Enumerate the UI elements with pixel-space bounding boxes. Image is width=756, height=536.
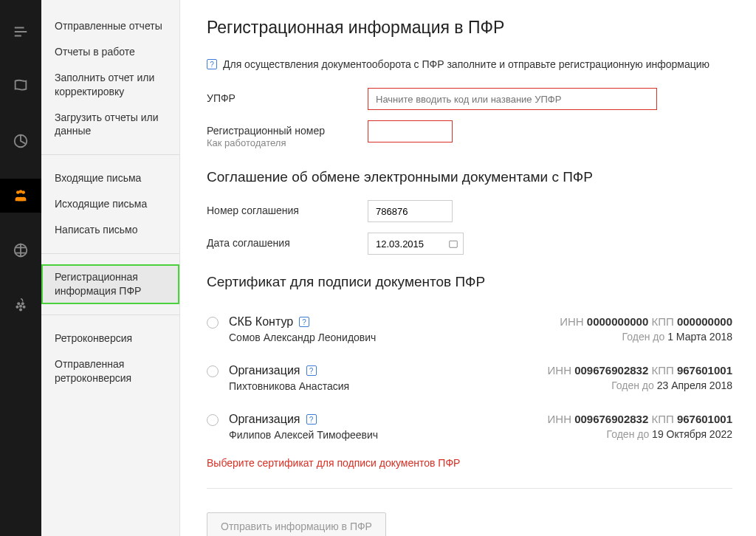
cert-org: Организация ? [229, 413, 537, 426]
cert-ids: ИНН 0000000000 КПП 000000000 [555, 315, 732, 328]
cert-org: Организация ? [229, 364, 537, 377]
cert-row[interactable]: Организация ?Пихтовникова АнастасияИНН 0… [207, 354, 732, 402]
sidebar-item[interactable]: Отправленные отчеты [41, 13, 179, 39]
svg-point-10 [19, 308, 22, 311]
cert-radio[interactable] [207, 414, 219, 426]
agreement-num-label: Номер соглашения [207, 200, 368, 217]
cert-radio[interactable] [207, 365, 219, 377]
help-icon[interactable]: ? [306, 365, 317, 376]
cert-person: Пихтовникова Анастасия [229, 380, 537, 392]
info-icon: ? [207, 59, 217, 69]
agreement-heading: Соглашение об обмене электронными докуме… [207, 169, 732, 185]
agreement-num-input[interactable] [368, 200, 453, 222]
cert-org: СКБ Контур ? [229, 315, 545, 329]
main-content: Регистрационная информация в ПФР ? Для о… [180, 0, 756, 536]
help-icon[interactable]: ? [306, 414, 317, 425]
sidebar-item[interactable]: Загрузить отчеты или данные [41, 105, 179, 145]
agreement-date-input[interactable] [368, 233, 464, 255]
cert-ids: ИНН 009676902832 КПП 967601001 [548, 364, 732, 377]
cert-heading: Сертификат для подписи документов ПФР [207, 274, 732, 290]
sidebar-item-registration-active[interactable]: Регистрационная информация ПФР [41, 264, 179, 304]
cert-valid: Годен до 19 Октября 2022 [548, 428, 732, 440]
help-icon[interactable]: ? [299, 317, 309, 327]
info-banner: ? Для осуществления документооборота с П… [207, 58, 732, 70]
sidebar: Отправленные отчеты Отчеты в работе Запо… [41, 0, 180, 536]
sidebar-item[interactable]: Входящие письма [41, 165, 179, 191]
submit-button[interactable]: Отправить информацию в ПФР [207, 512, 386, 536]
sidebar-item[interactable]: Ретроконверсия [41, 326, 179, 351]
sidebar-item[interactable]: Отправленная ретроконверсия [41, 351, 179, 391]
nav-rail [0, 0, 41, 536]
cert-valid: Годен до 1 Марта 2018 [555, 331, 732, 343]
cert-person: Сомов Александр Леонидович [229, 331, 545, 343]
rail-item-people[interactable] [0, 179, 41, 213]
sidebar-item[interactable]: Заполнить отчет или корректировку [41, 65, 179, 105]
sidebar-item[interactable]: Написать письмо [41, 217, 179, 243]
rail-item-flag[interactable] [0, 69, 41, 103]
rail-item-target[interactable] [0, 233, 41, 267]
cert-radio[interactable] [207, 317, 219, 329]
regnum-input[interactable] [368, 120, 453, 142]
cert-error: Выберите сертификат для подписи документ… [207, 457, 732, 469]
rail-item-grapes[interactable] [0, 288, 41, 322]
sidebar-item[interactable]: Исходящие письма [41, 191, 179, 217]
svg-point-3 [19, 190, 23, 193]
svg-point-5 [17, 302, 20, 305]
page-title: Регистрационная информация в ПФР [207, 18, 732, 38]
svg-point-7 [19, 305, 22, 308]
divider [207, 488, 732, 489]
svg-point-8 [16, 306, 18, 309]
rail-item-list[interactable] [0, 15, 41, 49]
upfr-input[interactable] [368, 88, 657, 110]
regnum-label: Регистрационный номер Как работодателя [207, 120, 368, 150]
cert-ids: ИНН 009676902832 КПП 967601001 [548, 413, 732, 425]
sidebar-item[interactable]: Отчеты в работе [41, 39, 179, 65]
cert-valid: Годен до 23 Апреля 2018 [548, 379, 732, 391]
svg-point-9 [23, 306, 26, 309]
cert-row[interactable]: СКБ Контур ?Сомов Александр ЛеонидовичИН… [207, 305, 732, 354]
cert-row[interactable]: Организация ?Филипов Алексей ТимофеевичИ… [207, 402, 732, 451]
svg-point-6 [21, 302, 24, 305]
upfr-label: УПФР [207, 88, 368, 105]
cert-person: Филипов Алексей Тимофеевич [229, 429, 537, 441]
rail-item-chart[interactable] [0, 124, 41, 158]
agreement-date-label: Дата соглашения [207, 233, 368, 250]
info-text: Для осуществления документооборота с ПФР… [223, 58, 709, 70]
